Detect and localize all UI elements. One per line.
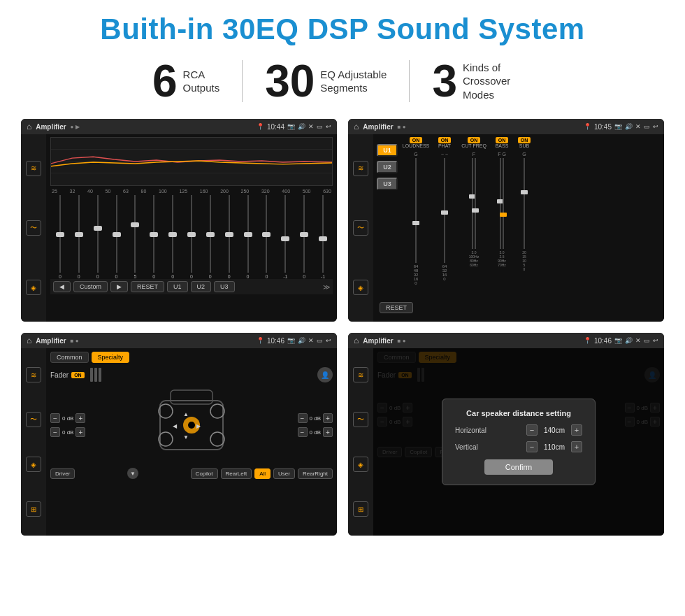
screen2-title: Amplifier <box>363 123 393 131</box>
fader-driver-btn[interactable]: Driver <box>50 468 75 479</box>
page-wrapper: Buith-in 30EQ DSP Sound System 6 RCAOutp… <box>0 0 685 548</box>
amp-loudness-thumb[interactable] <box>412 221 419 225</box>
screen3-time: 10:46 <box>267 337 284 345</box>
fader-mini-2[interactable] <box>94 368 97 382</box>
fader-top-row: Fader ON 👤 <box>50 367 333 382</box>
screen-amp-content: ≋ 〜 ◈ U1 U2 U3 <box>348 134 664 322</box>
camera-icon-4: 📷 <box>614 337 622 344</box>
fader-mini-3[interactable] <box>99 368 101 382</box>
screen1-dots: ● ▶ <box>71 124 80 130</box>
amp-loudness-on[interactable]: ON <box>410 137 423 143</box>
amp-sub-slider-col: G 20 15 10 5 0 <box>515 152 533 271</box>
volume-icon-2: 🔊 <box>625 123 633 130</box>
amp-u1-btn[interactable]: U1 <box>377 144 398 157</box>
speaker-left-controls: − 0 dB + − 0 dB + <box>50 413 85 437</box>
speaker-fl-minus[interactable]: − <box>50 413 60 423</box>
home-icon-3: ⌂ <box>27 336 31 345</box>
fader-speaker-icon[interactable]: ◈ <box>26 457 41 472</box>
amp-phat-thumb[interactable] <box>441 210 448 215</box>
fader-specialty-tab[interactable]: Specialty <box>92 352 130 363</box>
dialog-wave-icon[interactable]: 〜 <box>353 412 368 427</box>
eq-u1-btn[interactable]: U1 <box>167 281 188 292</box>
close-icon-3: ✕ <box>308 337 314 344</box>
amp-speaker-icon[interactable]: ◈ <box>353 280 368 295</box>
volume-icon-4: 🔊 <box>625 337 633 344</box>
fader-common-tab[interactable]: Common <box>50 352 89 363</box>
dialog-sidebar: ≋ 〜 ◈ ⊞ <box>348 348 373 536</box>
speaker-rr-db: − 0 dB + <box>298 427 333 437</box>
dialog-horizontal-value: − 140cm + <box>526 424 582 436</box>
amp-bass-thumb-2[interactable] <box>500 213 507 217</box>
fader-eq-icon[interactable]: ≋ <box>26 367 41 382</box>
eq-slider-2: 0 <box>89 195 106 279</box>
eq-u2-btn[interactable]: U2 <box>191 281 212 292</box>
eq-u3-btn[interactable]: U3 <box>214 281 235 292</box>
eq-sidebar: ≋ 〜 ◈ <box>21 134 46 322</box>
dialog-confirm-button[interactable]: Confirm <box>484 459 554 475</box>
speaker-rr-minus[interactable]: − <box>298 427 308 437</box>
speaker-rl-plus[interactable]: + <box>75 427 85 437</box>
dialog-horizontal-plus[interactable]: + <box>571 424 582 436</box>
amp-bass-on[interactable]: ON <box>496 137 509 143</box>
svg-text:◀: ◀ <box>173 423 178 429</box>
window-icon-2: ▭ <box>644 123 650 130</box>
location-icon-3: 📍 <box>257 337 264 344</box>
amp-u2-btn[interactable]: U2 <box>377 161 398 173</box>
dialog-vertical-plus[interactable]: + <box>571 441 582 452</box>
dialog-horizontal-row: Horizontal − 140cm + <box>455 424 582 436</box>
stat-rca-number: 6 <box>152 59 178 103</box>
eq-prev-btn[interactable]: ◀ <box>53 281 71 292</box>
eq-slider-1: 0 <box>71 195 87 279</box>
eq-next-btn[interactable]: ▶ <box>110 281 128 292</box>
fader-surround-icon[interactable]: ⊞ <box>26 501 41 517</box>
volume-icon-1: 🔊 <box>298 123 305 130</box>
dialog-eq-icon[interactable]: ≋ <box>353 367 368 382</box>
eq-slider-10: 0 <box>240 195 257 279</box>
dialog-vertical-minus[interactable]: − <box>526 441 538 452</box>
fader-user-btn[interactable]: User <box>273 468 295 479</box>
eq-reset-btn[interactable]: RESET <box>131 281 164 292</box>
speaker-rr-plus[interactable]: + <box>323 427 333 437</box>
fader-avatar[interactable]: 👤 <box>317 367 333 382</box>
eq-slider-14: -1 <box>315 195 331 279</box>
fader-copilot-btn[interactable]: Copilot <box>191 468 218 479</box>
svg-text:▶: ▶ <box>196 423 201 429</box>
amp-wave-icon[interactable]: 〜 <box>353 220 368 236</box>
screen3-topbar: ⌂ Amplifier ■ ● 📍 10:46 📷 🔊 ✕ ▭ ↩ <box>21 333 337 348</box>
screenshots-grid: ⌂ Amplifier ● ▶ 📍 10:44 📷 🔊 ✕ ▭ ↩ ≋ 〜 <box>21 119 664 536</box>
fader-wave-icon[interactable]: 〜 <box>26 412 41 427</box>
amp-sub-on[interactable]: ON <box>518 137 531 143</box>
amp-cutfreq-on[interactable]: ON <box>468 137 481 143</box>
amp-sub-thumb[interactable] <box>521 190 528 194</box>
speaker-fr-minus[interactable]: − <box>298 413 308 423</box>
fader-all-btn[interactable]: All <box>254 468 271 479</box>
fader-rearright-btn[interactable]: RearRight <box>298 468 333 479</box>
screen-eq-content: ≋ 〜 ◈ <box>21 134 337 322</box>
speaker-fr-plus[interactable]: + <box>323 413 333 423</box>
speaker-rl-minus[interactable]: − <box>50 427 60 437</box>
fader-down-icon[interactable]: ▼ <box>127 468 138 479</box>
amp-phat-slider-col: ~~ 64 32 16 0 <box>433 152 456 281</box>
amp-eq-icon[interactable]: ≋ <box>353 161 368 176</box>
dialog-horizontal-val: 140cm <box>540 427 568 434</box>
speaker-icon[interactable]: ◈ <box>26 280 41 295</box>
dialog-speaker-icon[interactable]: ◈ <box>353 457 368 472</box>
screen-dialog-content: ≋ 〜 ◈ ⊞ Common Specialty Fader <box>348 348 664 536</box>
fader-on-badge[interactable]: ON <box>71 372 85 378</box>
screen3-title: Amplifier <box>36 337 66 345</box>
fader-rearleft-btn[interactable]: RearLeft <box>221 468 252 479</box>
speaker-fl-plus[interactable]: + <box>75 413 85 423</box>
wave-icon[interactable]: 〜 <box>26 220 41 236</box>
amp-cutfreq-thumb-2[interactable] <box>472 208 479 213</box>
screen-eq-card: ⌂ Amplifier ● ▶ 📍 10:44 📷 🔊 ✕ ▭ ↩ ≋ 〜 <box>21 119 337 322</box>
amp-reset-btn[interactable]: RESET <box>380 302 413 313</box>
amp-u3-btn[interactable]: U3 <box>377 178 398 190</box>
dialog-horizontal-minus[interactable]: − <box>526 424 538 436</box>
dialog-surround-icon[interactable]: ⊞ <box>353 501 368 517</box>
fader-mini-1[interactable] <box>90 368 93 382</box>
eq-icon[interactable]: ≋ <box>26 161 41 176</box>
eq-curve-svg <box>51 138 332 185</box>
amp-phat-on[interactable]: ON <box>438 137 452 143</box>
fader-main: Common Specialty Fader ON <box>46 348 337 536</box>
screen2-topbar: ⌂ Amplifier ■ ● 📍 10:45 📷 🔊 ✕ ▭ ↩ <box>348 119 664 134</box>
